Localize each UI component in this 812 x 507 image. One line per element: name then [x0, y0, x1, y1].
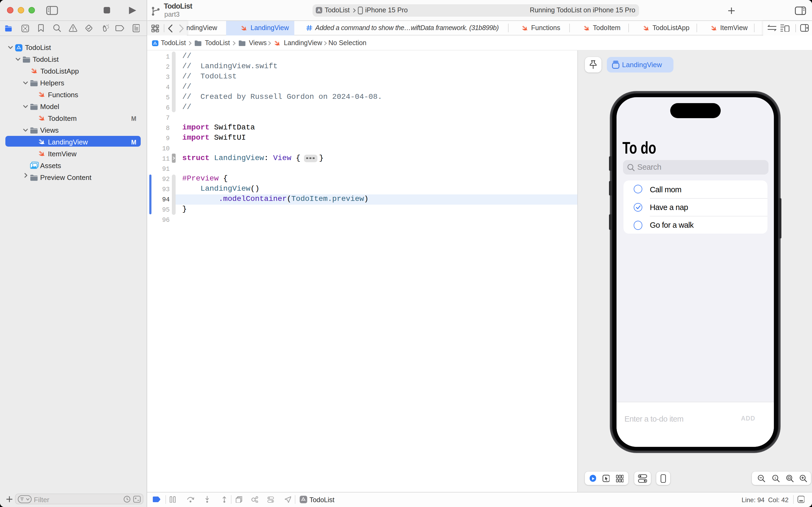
svg-text:1: 1: [774, 476, 776, 480]
